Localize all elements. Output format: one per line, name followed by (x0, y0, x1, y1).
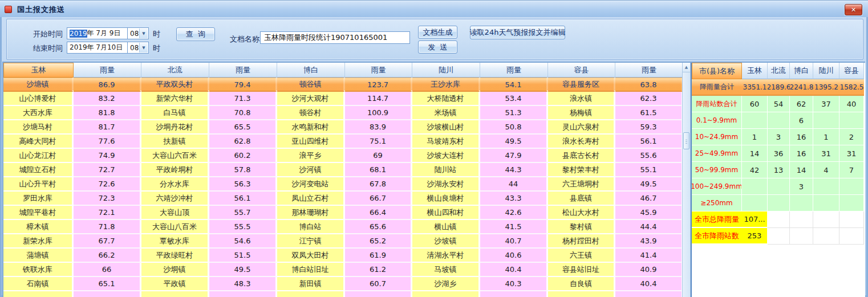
summary-value-cell[interactable]: 2241.8 (790, 79, 813, 96)
rain-value-cell[interactable]: 60.7 (345, 277, 412, 291)
summary-row-label[interactable]: 全市总降雨量 (692, 211, 742, 228)
rain-value-cell[interactable]: 71.8 (74, 220, 141, 234)
summary-value-cell[interactable] (742, 112, 768, 129)
station-name-cell[interactable]: 那林珊瑚村 (277, 206, 345, 220)
station-name-cell[interactable]: 沙坡大连村 (412, 149, 480, 163)
rain-value-cell[interactable]: 67.7 (74, 234, 141, 249)
chevron-down-icon[interactable]: ▼ (139, 29, 148, 38)
summary-value-cell[interactable] (742, 178, 768, 195)
station-name-cell[interactable]: 平政岭垌村 (141, 163, 209, 177)
partial-row-cell[interactable] (548, 291, 615, 297)
rain-value-cell[interactable]: 47.9 (480, 149, 548, 163)
rain-value-cell[interactable]: 65.5 (209, 120, 277, 135)
summary-row-label[interactable]: 全市降雨站数 (692, 228, 742, 245)
summary-header-city[interactable]: 玉林 (742, 63, 768, 79)
station-name-cell[interactable]: 新田镇 (277, 277, 345, 291)
rain-value-cell[interactable]: 72.6 (74, 177, 141, 192)
rain-value-cell[interactable]: 75.1 (345, 135, 412, 149)
partial-row-cell[interactable] (480, 291, 548, 297)
rain-value-cell[interactable]: 61.5 (615, 106, 682, 120)
rain-value-cell[interactable]: 53.4 (480, 92, 548, 106)
station-name-cell[interactable]: 沙塘马村 (3, 120, 74, 135)
rain-value-cell[interactable]: 65.1 (74, 277, 141, 291)
station-name-cell[interactable]: 容县站旧址 (548, 263, 615, 277)
doc-name-input[interactable]: 玉林降雨量时段统计190710165001 (260, 31, 410, 44)
station-name-cell[interactable]: 横山良塘村 (412, 192, 480, 206)
summary-row-label[interactable]: 降雨站数合计 (692, 96, 742, 112)
station-name-cell[interactable]: 大桥陆透村 (412, 92, 480, 106)
station-name-cell[interactable]: 博白站旧址 (277, 263, 345, 277)
summary-value-cell[interactable]: 31 (839, 145, 864, 162)
station-name-cell[interactable]: 城隍平巷村 (3, 206, 74, 220)
column-header[interactable]: 容县 (548, 63, 615, 78)
column-header[interactable]: 雨量 (345, 63, 412, 78)
station-name-cell[interactable]: 亚山四维村 (277, 135, 345, 149)
station-name-cell[interactable]: 浪水镇 (548, 92, 615, 106)
summary-header-city[interactable]: 博白 (790, 63, 813, 79)
summary-value-cell[interactable]: 37 (813, 96, 839, 112)
summary-header-city[interactable]: 陆川 (813, 63, 839, 79)
station-name-cell[interactable]: 王沙水库 (412, 78, 480, 92)
query-button[interactable]: 查 询 (176, 27, 215, 41)
summary-value-cell[interactable]: 16 (790, 129, 813, 145)
rain-value-cell[interactable]: 71.3 (209, 92, 277, 106)
summary-value-cell[interactable] (813, 112, 839, 129)
station-name-cell[interactable]: 铁联水库 (3, 263, 74, 277)
rain-value-cell[interactable]: 57.8 (209, 163, 277, 177)
rain-value-cell[interactable]: 55.5 (209, 220, 277, 234)
station-name-cell[interactable]: 扶新镇 (141, 135, 209, 149)
rain-value-cell[interactable]: 40.6 (480, 249, 548, 263)
column-header[interactable]: 雨量 (615, 63, 682, 78)
summary-value-cell[interactable]: 40 (839, 96, 864, 112)
station-name-cell[interactable]: 双凤大田村 (277, 249, 345, 263)
station-name-cell[interactable]: 六王镇 (548, 249, 615, 263)
close-button[interactable]: ✕ (845, 4, 862, 15)
rain-value-cell[interactable]: 44 (480, 177, 548, 192)
partial-row-cell[interactable] (277, 291, 345, 297)
rain-value-cell[interactable]: 62.8 (209, 135, 277, 149)
summary-value-cell[interactable]: 60 (742, 96, 768, 112)
column-header-selected[interactable]: 玉林 (3, 63, 74, 78)
rain-value-cell[interactable]: 74.9 (74, 149, 141, 163)
rain-value-cell[interactable]: 50.8 (480, 120, 548, 135)
station-name-cell[interactable]: 凤山立石村 (277, 192, 345, 206)
station-name-cell[interactable]: 沙垌丹花村 (141, 120, 209, 135)
station-name-cell[interactable]: 杨梅镇 (548, 106, 615, 120)
station-name-cell[interactable]: 覃敏水库 (141, 234, 209, 249)
summary-value-cell[interactable]: 36 (768, 145, 790, 162)
rain-value-cell[interactable]: 56.3 (209, 177, 277, 192)
station-name-cell[interactable]: 大容山六百米 (141, 149, 209, 163)
station-name-cell[interactable]: 浪平乡 (277, 149, 345, 163)
chevron-down-icon[interactable]: ▼ (139, 43, 148, 52)
station-name-cell[interactable]: 分水水库 (141, 177, 209, 192)
rain-value-cell[interactable]: 66 (74, 263, 141, 277)
station-name-cell[interactable]: 樟木镇 (3, 220, 74, 234)
rain-value-cell[interactable]: 66.7 (345, 192, 412, 206)
summary-value-cell[interactable]: 42 (742, 162, 768, 178)
station-name-cell[interactable]: 顿谷村 (277, 106, 345, 120)
rain-value-cell[interactable]: 81.7 (74, 120, 141, 135)
partial-row-cell[interactable] (345, 291, 412, 297)
rain-value-cell[interactable]: 72.1 (74, 206, 141, 220)
rain-value-cell[interactable]: 100.9 (345, 106, 412, 120)
summary-value-cell[interactable] (813, 211, 839, 228)
summary-value-cell[interactable]: 3 (768, 129, 790, 145)
rain-value-cell[interactable]: 68.1 (345, 163, 412, 177)
rain-value-cell[interactable]: 59.3 (615, 120, 682, 135)
summary-value-cell[interactable]: 6 (790, 112, 813, 129)
column-header[interactable]: 雨量 (209, 63, 277, 78)
station-name-cell[interactable]: 灵山六泉村 (548, 120, 615, 135)
summary-value-cell[interactable]: 1 (813, 129, 839, 145)
rain-value-cell[interactable]: 45.9 (615, 206, 682, 220)
summary-value-cell[interactable] (790, 195, 813, 211)
end-hour-combo[interactable]: 08 ▼ (127, 42, 149, 54)
scroll-thumb[interactable] (683, 132, 689, 149)
summary-value-cell[interactable] (768, 178, 790, 195)
summary-value-cell[interactable] (839, 228, 864, 245)
station-name-cell[interactable]: 高峰大同村 (3, 135, 74, 149)
station-name-cell[interactable]: 自良镇 (548, 277, 615, 291)
rain-value-cell[interactable]: 51.3 (480, 106, 548, 120)
station-name-cell[interactable]: 马坡镇 (412, 263, 480, 277)
rain-value-cell[interactable]: 55.1 (615, 163, 682, 177)
station-name-cell[interactable]: 山心龙江村 (3, 149, 74, 163)
